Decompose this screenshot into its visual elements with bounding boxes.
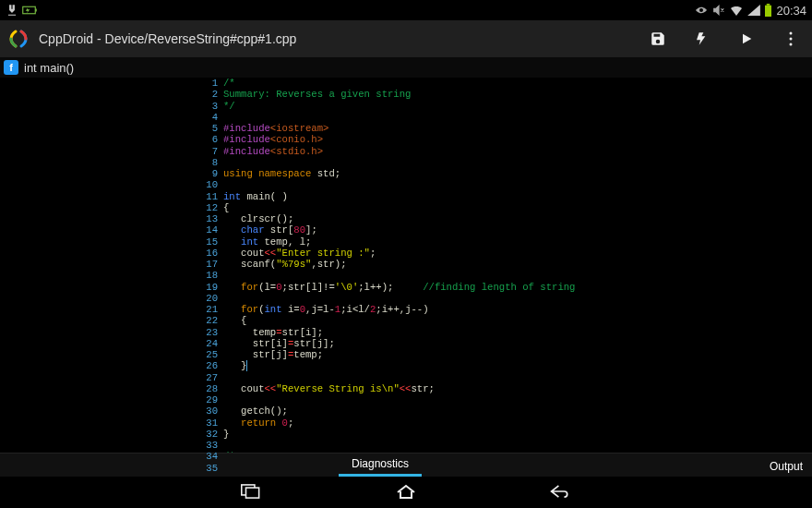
code-line[interactable] <box>223 394 812 405</box>
app-logo-icon <box>7 28 30 50</box>
code-line[interactable] <box>223 440 812 451</box>
android-statusbar: 20:34 <box>0 0 812 20</box>
code-body[interactable]: /*Summary: Reverses a given string*/#inc… <box>223 78 812 453</box>
line-number: 8 <box>197 157 218 168</box>
line-number: 10 <box>197 179 218 190</box>
svg-point-6 <box>790 43 793 46</box>
clock: 20:34 <box>776 4 806 18</box>
line-number: 6 <box>197 134 218 145</box>
eye-icon <box>694 5 709 16</box>
code-line[interactable] <box>223 157 812 168</box>
svg-rect-8 <box>246 488 259 498</box>
line-number: 7 <box>197 146 218 157</box>
battery-charging-icon <box>22 4 39 17</box>
code-line[interactable]: } <box>223 429 812 440</box>
line-number: 15 <box>197 236 218 248</box>
line-number-gutter: 1234567891011121314151617181920212223242… <box>197 78 223 453</box>
code-line[interactable]: scanf("%79s",str); <box>223 259 812 270</box>
code-line[interactable]: for(int i=0,j=l-1;i<l/2;i++,j--) <box>223 304 812 315</box>
code-editor[interactable]: 1234567891011121314151617181920212223242… <box>0 78 812 453</box>
symbol-breadcrumb[interactable]: f int main() <box>0 57 812 78</box>
battery-icon <box>764 4 772 17</box>
code-line[interactable]: clrscr(); <box>223 213 812 224</box>
line-number: 21 <box>197 304 218 315</box>
line-number: 24 <box>197 338 218 349</box>
line-number: 25 <box>197 349 218 360</box>
code-line[interactable] <box>223 372 812 383</box>
line-number: 33 <box>197 440 218 451</box>
signal-icon <box>747 5 760 16</box>
code-line[interactable]: Summary: Reverses a given string <box>223 89 812 100</box>
line-number: 34 <box>197 451 218 462</box>
tab-output[interactable]: Output <box>760 456 812 477</box>
code-line[interactable]: } <box>223 360 812 371</box>
code-line[interactable]: /* <box>223 451 812 453</box>
code-line[interactable]: int main( ) <box>223 191 812 202</box>
line-number: 18 <box>197 270 218 281</box>
line-number: 19 <box>197 282 218 293</box>
bolt-icon[interactable] <box>694 30 710 47</box>
overflow-menu-icon[interactable] <box>782 30 799 47</box>
code-line[interactable]: cout<<"Reverse String is\n"<<str; <box>223 383 812 394</box>
code-line[interactable]: #include<conio.h> <box>223 134 812 145</box>
line-number: 22 <box>197 315 218 326</box>
code-line[interactable]: /* <box>223 78 812 89</box>
back-icon[interactable] <box>548 478 574 504</box>
svg-rect-2 <box>765 6 771 17</box>
save-icon[interactable] <box>650 30 666 47</box>
line-number: 35 <box>197 463 218 474</box>
code-line[interactable]: for(l=0;str[l]!='\0';l++); //finding len… <box>223 282 812 293</box>
line-number: 12 <box>197 202 218 213</box>
left-margin <box>0 78 197 453</box>
code-line[interactable]: int temp, l; <box>223 236 812 248</box>
line-number: 1 <box>197 78 218 89</box>
line-number: 31 <box>197 417 218 429</box>
usb-debug-icon <box>6 4 18 17</box>
line-number: 13 <box>197 213 218 224</box>
code-line[interactable]: */ <box>223 101 812 112</box>
tab-diagnostics[interactable]: Diagnostics <box>339 454 422 477</box>
mute-icon <box>712 4 725 17</box>
code-line[interactable]: return 0; <box>223 417 812 429</box>
symbol-label: int main() <box>24 61 74 75</box>
line-number: 29 <box>197 394 218 405</box>
code-line[interactable] <box>223 179 812 190</box>
home-icon[interactable] <box>393 478 419 504</box>
line-number: 11 <box>197 191 218 202</box>
code-line[interactable] <box>223 270 812 281</box>
code-line[interactable] <box>223 112 812 123</box>
code-line[interactable]: temp=str[i]; <box>223 327 812 338</box>
code-line[interactable]: getch(); <box>223 405 812 417</box>
code-line[interactable]: cout<<"Enter string :"; <box>223 248 812 259</box>
line-number: 27 <box>197 372 218 383</box>
line-number: 5 <box>197 123 218 134</box>
android-navbar <box>0 477 812 506</box>
svg-rect-3 <box>767 4 770 6</box>
code-line[interactable]: { <box>223 315 812 326</box>
code-line[interactable] <box>223 293 812 304</box>
line-number: 23 <box>197 327 218 338</box>
code-line[interactable]: str[j]=temp; <box>223 349 812 360</box>
line-number: 3 <box>197 101 218 112</box>
line-number: 16 <box>197 248 218 259</box>
line-number: 9 <box>197 168 218 179</box>
line-number: 30 <box>197 405 218 417</box>
recent-apps-icon[interactable] <box>238 478 264 504</box>
code-line[interactable]: using namespace std; <box>223 168 812 179</box>
code-line[interactable]: #include<stdio.h> <box>223 146 812 157</box>
code-line[interactable]: char str[80]; <box>223 224 812 236</box>
app-title: CppDroid - Device/ReverseString#cpp#1.cp… <box>39 31 640 46</box>
svg-point-4 <box>790 32 793 35</box>
code-line[interactable]: #include<iostream> <box>223 123 812 134</box>
line-number: 17 <box>197 259 218 270</box>
code-line[interactable]: str[i]=str[j]; <box>223 338 812 349</box>
bottom-tabbar: Diagnostics Output <box>0 453 812 477</box>
function-icon: f <box>4 60 18 75</box>
line-number: 32 <box>197 429 218 440</box>
svg-rect-1 <box>35 9 37 12</box>
code-line[interactable]: { <box>223 202 812 213</box>
line-number: 26 <box>197 360 218 371</box>
play-icon[interactable] <box>738 30 755 47</box>
line-number: 20 <box>197 293 218 304</box>
line-number: 2 <box>197 89 218 100</box>
